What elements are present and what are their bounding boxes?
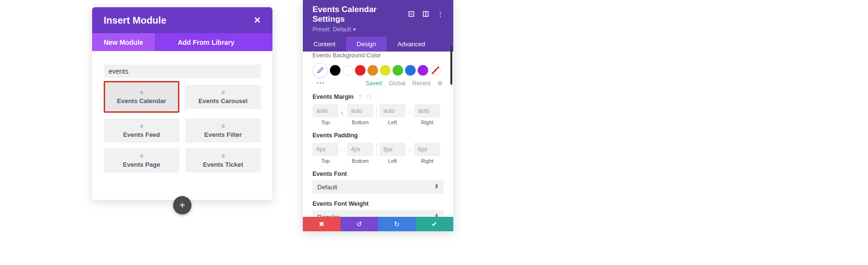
link-icon[interactable]: ⬚ [407, 108, 413, 114]
scrollbar-thumb[interactable] [450, 45, 452, 85]
module-label: Events Feed [123, 131, 160, 138]
module-events-carousel[interactable]: ≡ Events Carousel [185, 85, 261, 109]
padding-inputs: Top ⬚ Bottom Left ⬚ Right [312, 143, 444, 164]
module-events-filter[interactable]: ≡ Events Filter [185, 119, 261, 143]
settings-body: Events Background Color ••• Saved Global… [303, 52, 453, 225]
margin-bottom-label: Bottom [352, 119, 369, 125]
module-block-icon: ≡ [140, 123, 143, 129]
palette-tab-saved[interactable]: Saved [366, 80, 382, 87]
module-label: Events Filter [204, 131, 242, 138]
padding-top-input[interactable] [312, 143, 339, 156]
module-block-icon: ≡ [221, 90, 225, 95]
module-grid: ≡ Events Calendar ≡ Events Carousel ≡ Ev… [104, 85, 261, 172]
kebab-menu-icon[interactable]: ⋮ [437, 11, 444, 18]
module-block-icon: ≡ [221, 123, 225, 129]
padding-top-label: Top [321, 158, 330, 164]
columns-icon[interactable] [422, 11, 429, 18]
margin-label-text: Events Margin [312, 93, 353, 100]
events-font-weight-label: Events Font Weight [312, 200, 444, 207]
margin-left-input[interactable] [380, 104, 406, 118]
color-swatches-row [312, 63, 444, 78]
module-label: Events Calendar [117, 97, 166, 105]
responsive-icon[interactable]: ▢ [366, 94, 371, 100]
insert-module-title: Insert Module [104, 15, 166, 26]
eyedropper-icon[interactable] [312, 63, 328, 78]
color-palette-tabs: Saved Global Recent ⚙ [312, 80, 444, 87]
settings-title: Events Calendar Settings [312, 5, 408, 24]
save-button[interactable]: ✔ [416, 217, 453, 231]
insert-module-body: ≡ Events Calendar ≡ Events Carousel ≡ Ev… [92, 51, 272, 182]
margin-right-input[interactable] [414, 104, 440, 118]
palette-tab-global[interactable]: Global [389, 80, 406, 87]
palette-tab-recent[interactable]: Recent [412, 80, 431, 87]
chevron-down-icon: ▾ [353, 26, 356, 33]
module-label: Events Ticket [203, 161, 244, 168]
tab-add-from-library[interactable]: Add From Library [155, 33, 258, 51]
settings-panel: Events Calendar Settings ⋮ Preset: Defau… [303, 0, 453, 231]
settings-tabs: Content Design Advanced [303, 37, 453, 52]
padding-bottom-label: Bottom [352, 158, 369, 164]
padding-right-input[interactable] [414, 143, 440, 156]
add-module-button[interactable]: + [173, 196, 191, 214]
padding-left-label: Left [388, 158, 397, 164]
margin-top-label: Top [321, 119, 330, 125]
color-swatch-blue[interactable] [405, 65, 416, 76]
insert-module-panel: Insert Module ✕ New Module Add From Libr… [92, 7, 272, 200]
help-icon[interactable]: ? [358, 94, 361, 100]
margin-bottom-input[interactable] [347, 104, 373, 118]
close-icon[interactable]: ✕ [254, 15, 261, 26]
color-swatch-purple[interactable] [418, 65, 428, 76]
module-label: Events Carousel [199, 97, 248, 105]
preset-value: Default [333, 26, 351, 33]
padding-left-input[interactable] [380, 143, 406, 156]
expand-icon[interactable] [408, 11, 415, 18]
module-block-icon: ≡ [140, 90, 143, 95]
tab-content[interactable]: Content [303, 37, 346, 52]
color-swatch-black[interactable] [330, 65, 340, 76]
discard-button[interactable]: ✖ [303, 217, 340, 231]
module-block-icon: ≡ [140, 153, 143, 159]
margin-left-label: Left [388, 119, 397, 125]
module-block-icon: ≡ [221, 153, 225, 159]
events-bg-color-label: Events Background Color [312, 52, 444, 59]
module-events-calendar[interactable]: ≡ Events Calendar [104, 81, 179, 113]
module-events-feed[interactable]: ≡ Events Feed [104, 119, 179, 143]
hover-icon[interactable]: ⋮ [376, 94, 381, 100]
link-icon[interactable]: ⬚ [407, 146, 413, 153]
margin-right-label: Right [421, 119, 434, 125]
color-swatch-red[interactable] [355, 65, 366, 76]
margin-inputs: Top ⬚↖ Bottom Left ⬚ Right [312, 104, 444, 125]
settings-header-icons: ⋮ [408, 11, 444, 18]
link-icon[interactable]: ⬚ [339, 146, 346, 153]
padding-right-label: Right [421, 158, 434, 164]
link-icon[interactable]: ⬚↖ [339, 105, 346, 117]
module-label: Events Page [123, 161, 160, 168]
insert-module-tabs: New Module Add From Library [92, 33, 272, 51]
padding-bottom-input[interactable] [347, 143, 373, 156]
preset-selector[interactable]: Preset: Default ▾ [312, 26, 444, 33]
module-search-input[interactable] [104, 65, 261, 78]
tab-advanced[interactable]: Advanced [387, 37, 436, 52]
settings-header: Events Calendar Settings ⋮ Preset: Defau… [303, 0, 453, 37]
svg-point-1 [411, 13, 412, 15]
module-events-page[interactable]: ≡ Events Page [104, 148, 179, 172]
events-margin-label: Events Margin ? ▢ ⋮ [312, 93, 444, 100]
insert-module-header: Insert Module ✕ [92, 7, 272, 33]
settings-action-bar: ✖ ↺ ↻ ✔ [303, 217, 453, 231]
undo-button[interactable]: ↺ [340, 217, 378, 231]
color-swatch-green[interactable] [393, 65, 403, 76]
color-swatch-yellow[interactable] [380, 65, 391, 76]
margin-top-input[interactable] [312, 104, 339, 118]
redo-button[interactable]: ↻ [378, 217, 416, 231]
module-events-ticket[interactable]: ≡ Events Ticket [185, 148, 261, 172]
events-font-select[interactable] [312, 180, 444, 194]
tab-new-module[interactable]: New Module [92, 33, 155, 51]
preset-prefix: Preset: [312, 26, 331, 33]
events-padding-label: Events Padding [312, 132, 444, 139]
color-swatch-none[interactable] [430, 65, 441, 76]
gear-icon[interactable]: ⚙ [437, 80, 443, 87]
tab-design[interactable]: Design [346, 37, 387, 52]
color-swatch-orange[interactable] [367, 65, 378, 76]
color-swatch-white[interactable] [342, 65, 353, 76]
events-font-label: Events Font [312, 171, 444, 177]
